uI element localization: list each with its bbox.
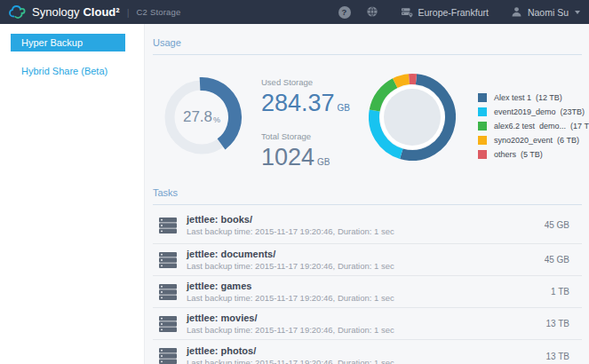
sidebar: Hyper Backup Hybrid Share (Beta) bbox=[0, 24, 145, 364]
nas-server-icon bbox=[158, 282, 178, 302]
help-button[interactable]: ? bbox=[338, 6, 351, 19]
legend-swatch bbox=[478, 136, 487, 145]
chevron-down-icon bbox=[575, 11, 580, 14]
region-server-icon bbox=[401, 6, 418, 19]
usage-percent: 27.8% bbox=[160, 75, 243, 159]
used-storage-label: Used Storage bbox=[261, 77, 350, 87]
region-label: Europe-Frankfurt bbox=[418, 7, 489, 18]
usage-donut: 27.8% bbox=[160, 75, 243, 159]
task-detail: Last backup time: 2015-11-17 19:20:46, D… bbox=[187, 226, 394, 236]
task-name: jettlee: photos/ bbox=[187, 345, 394, 356]
task-detail: Last backup time: 2015-11-17 19:20:46, D… bbox=[187, 358, 394, 364]
legend-item: Alex test 1 (12 TB) bbox=[478, 91, 589, 103]
total-storage-label: Total Storage bbox=[261, 131, 350, 141]
legend-label: others (5 TB) bbox=[494, 150, 543, 159]
usage-percent-value: 27.8 bbox=[183, 108, 212, 126]
synology-cloud-logo-icon bbox=[9, 5, 32, 19]
brand-divider: | bbox=[127, 7, 130, 18]
used-storage-unit: GB bbox=[338, 103, 350, 113]
task-text: jettlee: books/ Last backup time: 2015-1… bbox=[187, 214, 394, 236]
storage-donut-chart bbox=[369, 74, 456, 161]
used-storage-value: 284.37GB bbox=[261, 90, 350, 122]
task-row[interactable]: jettlee: photos/ Last backup time: 2015-… bbox=[153, 340, 582, 364]
language-button[interactable] bbox=[366, 5, 378, 20]
nas-server-icon bbox=[158, 314, 178, 334]
task-size: 45 GB bbox=[545, 220, 569, 230]
user-icon bbox=[511, 6, 528, 18]
user-menu[interactable]: Naomi Su bbox=[511, 6, 580, 18]
usage-section: Usage 27.8% Used Storage 284.37GB Total … bbox=[153, 37, 582, 182]
task-size: 1 TB bbox=[551, 287, 569, 297]
legend-item: others (5 TB) bbox=[478, 148, 589, 160]
brand: Synology Cloud² | C2 Storage bbox=[9, 5, 181, 19]
task-text: jettlee: movies/ Last backup time: 2015-… bbox=[187, 313, 394, 335]
task-text: jettlee: documents/ Last backup time: 20… bbox=[187, 249, 394, 271]
task-detail: Last backup time: 2015-11-17 19:20:46, D… bbox=[187, 325, 394, 335]
globe-icon bbox=[366, 5, 378, 20]
legend-swatch bbox=[478, 93, 487, 102]
tasks-section: Tasks jettlee: books/ Last backup time: … bbox=[153, 187, 582, 364]
section-title-usage: Usage bbox=[153, 37, 582, 48]
usage-percent-unit: % bbox=[213, 115, 220, 124]
task-row[interactable]: jettlee: books/ Last backup time: 2015-1… bbox=[153, 207, 582, 244]
brand-product: Cloud² bbox=[83, 5, 119, 19]
usage-body: 27.8% Used Storage 284.37GB Total Storag… bbox=[153, 55, 582, 182]
main-content: Usage 27.8% Used Storage 284.37GB Total … bbox=[145, 24, 589, 364]
task-detail: Last backup time: 2015-11-17 19:20:46, D… bbox=[187, 261, 394, 271]
task-size: 13 TB bbox=[546, 319, 570, 328]
legend-item: event2019_demo (23TB) bbox=[478, 106, 589, 117]
nas-server-icon bbox=[158, 346, 178, 364]
task-row[interactable]: jettlee: movies/ Last backup time: 2015-… bbox=[153, 308, 582, 340]
nas-server-icon bbox=[158, 250, 178, 270]
storage-breakdown-donut bbox=[369, 74, 456, 161]
legend-item: alex6.2 test demo... (17 TB) bbox=[478, 120, 589, 131]
section-title-tasks: Tasks bbox=[153, 187, 582, 198]
task-row[interactable]: jettlee: documents/ Last backup time: 20… bbox=[153, 244, 582, 276]
tasks-divider bbox=[153, 204, 582, 205]
legend-item: syno2020_event (6 TB) bbox=[478, 134, 589, 146]
legend-label: event2019_demo (23TB) bbox=[494, 107, 585, 116]
region-selector[interactable]: Europe-Frankfurt bbox=[401, 6, 489, 19]
task-list: jettlee: books/ Last backup time: 2015-1… bbox=[153, 207, 582, 364]
task-text: jettlee: games Last backup time: 2015-11… bbox=[187, 281, 394, 303]
legend-swatch bbox=[478, 150, 487, 159]
user-name: Naomi Su bbox=[528, 7, 569, 18]
donut-inner-fill bbox=[384, 89, 441, 146]
storage-legend: Alex test 1 (12 TB) event2019_demo (23TB… bbox=[478, 91, 589, 162]
product-subtitle: C2 Storage bbox=[137, 7, 181, 17]
navbar-right: ? Europe-Frankfurt bbox=[338, 5, 580, 20]
task-name: jettlee: books/ bbox=[187, 214, 394, 225]
segment-syno2020-event bbox=[395, 79, 410, 83]
sidebar-item-hybrid-share[interactable]: Hybrid Share (Beta) bbox=[0, 64, 144, 78]
task-text: jettlee: photos/ Last backup time: 2015-… bbox=[187, 345, 394, 364]
help-icon: ? bbox=[338, 6, 351, 19]
legend-swatch bbox=[478, 107, 487, 116]
total-storage-unit: GB bbox=[317, 157, 330, 167]
legend-label: Alex test 1 (12 TB) bbox=[494, 93, 562, 102]
nas-server-icon bbox=[158, 216, 178, 235]
task-name: jettlee: games bbox=[187, 281, 394, 291]
legend-label: syno2020_event (6 TB) bbox=[494, 136, 579, 145]
storage-stats: Used Storage 284.37GB Total Storage 1024… bbox=[261, 77, 350, 176]
total-storage-value: 1024GB bbox=[261, 144, 350, 176]
task-detail: Last backup time: 2015-11-17 19:20:46, D… bbox=[187, 293, 394, 303]
task-name: jettlee: documents/ bbox=[187, 249, 394, 259]
task-size: 45 GB bbox=[545, 255, 569, 265]
task-size: 13 TB bbox=[546, 352, 570, 361]
top-navbar: Synology Cloud² | C2 Storage ? bbox=[0, 0, 589, 24]
brand-name: Synology bbox=[32, 5, 79, 19]
legend-label: alex6.2 test demo... (17 TB) bbox=[494, 122, 589, 131]
sidebar-item-hyper-backup[interactable]: Hyper Backup bbox=[11, 34, 125, 51]
task-name: jettlee: movies/ bbox=[187, 313, 394, 323]
task-row[interactable]: jettlee: games Last backup time: 2015-11… bbox=[153, 276, 582, 308]
legend-swatch bbox=[478, 122, 487, 131]
